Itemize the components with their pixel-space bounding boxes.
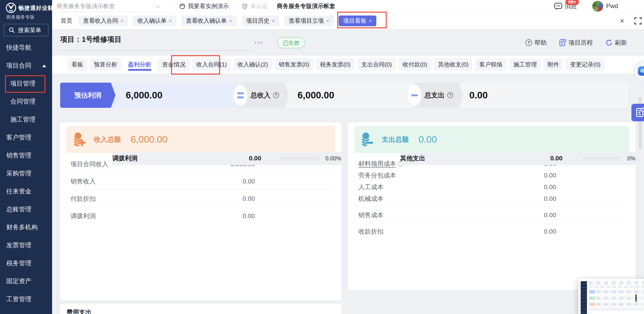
search-label: 搜索菜单 [18, 26, 41, 34]
account-set-dropdown[interactable]: 商务服务专版演示帐套 [56, 1, 167, 12]
table-row: 劳务分包成本 0.00 [354, 170, 629, 181]
chevron-down-icon [156, 3, 160, 8]
divider [66, 173, 335, 173]
demo-link[interactable]: 我要看实例演示 [179, 2, 229, 10]
total-expense-label: 总支出 ? [414, 83, 463, 108]
status-badge: 已生效 [277, 37, 305, 48]
doc-clock-icon [636, 107, 644, 118]
sidebar-item-general-ledger[interactable]: 总账管理 [0, 200, 52, 218]
demo-icon [179, 3, 186, 10]
subtab-income-confirm[interactable]: 收入确认(2) [234, 58, 272, 71]
total-income-label: 总收入 ? [240, 83, 289, 108]
subtab-income-contract[interactable]: 收入合同(1) [192, 58, 231, 71]
sidebar-item-funds[interactable]: 往来资金 [0, 182, 52, 200]
tab-view-income-confirm[interactable]: 查看收入确认单× [182, 16, 237, 26]
svg-text:企: 企 [244, 4, 246, 8]
tab-income-confirm-doc[interactable]: 收入确认单× [133, 16, 176, 26]
sidebar: 畅捷通好业财 商务服务专版 搜索菜单 快捷导航 项目合同 项目管理 合同管理 施… [0, 0, 52, 314]
table-row: 其他支出 0.00 0% [400, 152, 636, 165]
tab-project-history[interactable]: 项目历史× [242, 16, 279, 26]
project-label: 项目： [60, 34, 82, 44]
subtab-change-log[interactable]: 变更记录(0) [566, 58, 604, 71]
divider [66, 207, 335, 208]
info-question-icon[interactable]: ? [273, 92, 279, 98]
fullscreen-icon[interactable] [634, 17, 642, 25]
close-icon[interactable]: × [326, 18, 329, 24]
logo-icon [6, 3, 16, 13]
subtab-profit-analysis[interactable]: 盈利分析 [124, 58, 156, 71]
subtab-tax-invoice[interactable]: 税务发票(0) [316, 58, 354, 71]
subtab-expense-contract[interactable]: 支出合同(0) [357, 58, 396, 71]
material-cost-link[interactable]: 材料领用成本 [358, 160, 396, 168]
help-button[interactable]: ? 帮助 [526, 39, 546, 47]
account-set-value: 商务服务专版演示帐套 [56, 2, 115, 10]
table-row: 调拨利润 0.00 [66, 210, 335, 222]
sidebar-item-tax-mgmt[interactable]: 税务管理 [0, 254, 52, 272]
tab-view-income-contract[interactable]: 查看收入合同× [78, 16, 128, 26]
expense-section-card: 费用支出 [60, 304, 341, 314]
refresh-icon [606, 39, 612, 46]
estimated-profit-value: 6,000.00 [112, 83, 240, 108]
subtab-board[interactable]: 看板 [67, 58, 87, 71]
table-row: 调拨利润 0.00 0.00% [112, 152, 341, 165]
tab-view-project-setup[interactable]: 查看项目立项× [284, 16, 334, 26]
total-expense-value: 0.00 [460, 83, 628, 108]
sidebar-item-fixed-assets[interactable]: 固定资产 [0, 272, 52, 290]
sidebar-item-invoice-mgmt[interactable]: 发票管理 [0, 236, 52, 254]
sidebar-item-contract-mgmt[interactable]: 合同管理 [0, 92, 52, 110]
help-icon: ? [526, 39, 532, 46]
close-all-icon[interactable]: × [620, 16, 624, 25]
sidebar-menu: 快捷导航 项目合同 项目管理 合同管理 施工管理 客户管理 销售管理 采购管理 … [0, 39, 52, 308]
pip-preview-window[interactable] [578, 279, 644, 314]
sidebar-item-project-mgmt[interactable]: 项目管理 [0, 74, 52, 92]
sidebar-item-quick-nav[interactable]: 快捷导航 [0, 39, 52, 56]
pip-mini-app [580, 281, 644, 314]
sidebar-item-customer-mgmt[interactable]: 客户管理 [0, 128, 52, 146]
progress-bar [583, 157, 621, 160]
project-journey-float-button[interactable] [632, 104, 644, 121]
topbar: 商务服务专版演示帐套 我要看实例演示 企 未认证 商务服务专版演示帐套 消息 9… [52, 0, 644, 12]
info-question-icon[interactable]: ? [447, 92, 453, 98]
project-select-field[interactable]: 项目： 1号维修项目 [60, 34, 252, 51]
subtab-construction[interactable]: 施工管理 [509, 58, 541, 71]
cert-status[interactable]: 企 未认证 [242, 2, 268, 10]
tab-home[interactable]: 首页 [59, 16, 74, 26]
table-row: 收款折扣 0.00 [354, 226, 629, 238]
divider [354, 207, 629, 207]
search-icon [8, 27, 15, 33]
subtab-bar: 看板 预算分析 盈利分析 资金情况 收入合同(1) 收入确认(2) 销售发票(0… [52, 56, 644, 73]
subtab-other-inout[interactable]: 其他收支(0) [434, 58, 473, 71]
sidebar-item-construction-mgmt[interactable]: 施工管理 [0, 110, 52, 128]
more-actions-icon[interactable]: ··· [255, 39, 264, 46]
sidebar-item-project-contract[interactable]: 项目合同 [0, 56, 52, 74]
search-input[interactable]: 搜索菜单 [4, 24, 48, 36]
avatar[interactable] [592, 1, 603, 12]
sidebar-item-finance-multi-org[interactable]: 财务多机构 [0, 218, 52, 236]
close-icon[interactable]: × [369, 18, 372, 24]
project-journey-button[interactable]: 项目历程 [559, 39, 593, 47]
subtab-payments[interactable]: 收付款(0) [398, 58, 431, 71]
sidebar-item-sales-mgmt[interactable]: 销售管理 [0, 146, 52, 164]
expense-total-value: 0.00 [418, 134, 437, 145]
divider [584, 2, 584, 10]
pip-mini-sidebar [581, 281, 587, 314]
project-header: 项目： 1号维修项目 ··· 已生效 ? 帮助 项目历程 刷新 [60, 34, 627, 52]
user-name[interactable]: Pwd [606, 3, 618, 10]
subtab-funds[interactable]: 资金情况 [158, 58, 190, 71]
tab-project-board[interactable]: 项目看板× [338, 16, 376, 26]
subtab-budget-analysis[interactable]: 预算分析 [90, 58, 121, 71]
sidebar-item-payroll-mgmt[interactable]: 工资管理 [0, 290, 52, 308]
close-icon[interactable]: × [120, 18, 124, 24]
account-name: 商务服务专版演示帐套 [277, 2, 335, 10]
refresh-button[interactable]: 刷新 [606, 39, 627, 47]
total-income-value: 6,000.00 [286, 83, 414, 108]
subtab-sales-invoice[interactable]: 销售发票(0) [275, 58, 314, 71]
close-icon[interactable]: × [169, 18, 172, 24]
close-icon[interactable]: × [229, 18, 232, 24]
subtab-customer-contact[interactable]: 客户联络 [475, 58, 506, 71]
close-icon[interactable]: × [272, 18, 275, 24]
sidebar-item-purchase-mgmt[interactable]: 采购管理 [0, 164, 52, 182]
subtab-attachments[interactable]: 附件 [544, 58, 563, 71]
logo-subtitle: 商务服务专版 [6, 14, 52, 20]
messages-button[interactable]: 消息 99+ [554, 2, 577, 10]
